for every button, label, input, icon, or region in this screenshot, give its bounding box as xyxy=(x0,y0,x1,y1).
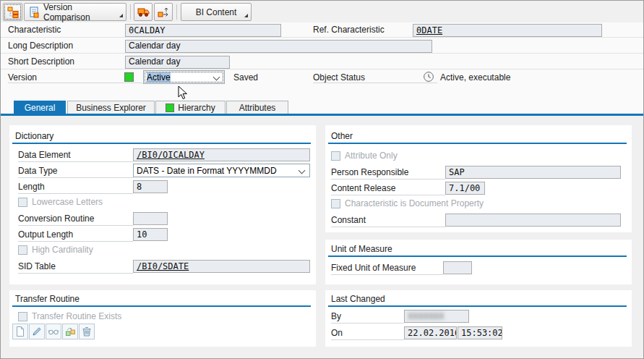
application-toolbar: Version Comparison xyxy=(1,1,643,23)
tab-business-explorer-label: Business Explorer xyxy=(76,103,146,113)
fixed-unit-field[interactable] xyxy=(443,261,472,274)
chevron-down-icon xyxy=(213,74,220,81)
constant-label: Constant xyxy=(331,214,366,227)
transfer-routine-toolbar xyxy=(12,324,95,339)
last-changed-time-field[interactable]: 15:53:02 xyxy=(458,326,502,339)
data-type-dropdown[interactable]: DATS - Date in Format YYYYMMDD xyxy=(133,164,310,177)
long-description-label: Long Description xyxy=(8,40,73,52)
version-active-green-icon xyxy=(124,72,134,82)
last-changed-by-label: By xyxy=(331,311,341,323)
ref-characteristic-field[interactable]: 0DATE xyxy=(413,24,602,37)
green-square-icon xyxy=(166,104,174,112)
display-glasses-icon xyxy=(48,326,59,337)
tab-attributes[interactable]: Attributes xyxy=(226,101,288,114)
tab-attributes-label: Attributes xyxy=(239,103,276,113)
tab-hierarchy-label: Hierarchy xyxy=(178,103,215,113)
version-compare-icon xyxy=(29,7,40,18)
length-label: Length xyxy=(18,181,45,193)
transfer-routine-exists-checkbox-row: Transfer Routine Exists xyxy=(18,311,121,323)
other-title: Other xyxy=(331,131,353,141)
delete-button[interactable] xyxy=(79,324,95,339)
output-length-field[interactable]: 10 xyxy=(133,228,168,241)
output-length-label: Output Length xyxy=(18,229,73,241)
lowercase-letters-checkbox[interactable] xyxy=(18,198,27,207)
sid-table-field[interactable]: /BI0/SDATE xyxy=(133,260,310,273)
data-type-value: DATS - Date in Format YYYYMMDD xyxy=(137,166,277,176)
data-element-field[interactable]: /BI0/OICALDAY xyxy=(133,148,310,161)
tab-general[interactable]: General xyxy=(14,101,66,114)
short-description-field[interactable]: Calendar day xyxy=(125,56,230,69)
long-description-field[interactable]: Calendar day xyxy=(125,40,432,53)
delete-trash-icon xyxy=(81,326,93,337)
constant-field[interactable] xyxy=(445,214,621,227)
toolbar-separator xyxy=(130,4,131,20)
conversion-routine-field[interactable] xyxy=(133,212,168,225)
create-button[interactable] xyxy=(12,324,28,339)
unit-of-measure-group: Unit of Measure Fixed Unit of Measure xyxy=(325,240,632,284)
ref-characteristic-label: Ref. Characteristic xyxy=(313,24,385,36)
other-group: Other Attribute Only Person Responsible … xyxy=(325,125,632,232)
transport-connection-icon xyxy=(158,7,169,18)
high-cardinality-label: High Cardinality xyxy=(32,244,93,256)
object-status-label: Object Status xyxy=(313,72,365,84)
hierarchy-display-button[interactable] xyxy=(3,3,22,21)
version-dropdown[interactable]: Active xyxy=(143,70,225,84)
tab-underline xyxy=(1,114,644,116)
last-changed-on-label: On xyxy=(331,327,343,339)
characteristic-label: Characteristic xyxy=(8,24,61,36)
transfer-routine-exists-checkbox[interactable] xyxy=(18,312,27,321)
person-responsible-label: Person Responsible xyxy=(331,166,408,179)
tab-hierarchy[interactable]: Hierarchy xyxy=(155,101,226,114)
high-cardinality-checkbox-row: High Cardinality xyxy=(18,244,93,256)
last-changed-title: Last Changed xyxy=(331,294,385,304)
attribute-only-checkbox-row: Attribute Only xyxy=(331,150,398,162)
length-field[interactable]: 8 xyxy=(133,180,168,193)
edit-button[interactable] xyxy=(29,324,45,339)
transfer-routine-group: Transfer Routine Transfer Routine Exists xyxy=(9,290,316,347)
tab-business-explorer[interactable]: Business Explorer xyxy=(67,101,155,114)
bi-content-button[interactable]: BI Content xyxy=(181,3,252,21)
transport-truck-icon xyxy=(137,7,150,17)
transport-button[interactable] xyxy=(134,3,153,21)
sap-characteristic-window: Version Comparison xyxy=(0,0,644,359)
data-element-label: Data Element xyxy=(18,149,71,161)
version-comparison-label: Version Comparison xyxy=(43,2,121,22)
unit-of-measure-title: Unit of Measure xyxy=(331,244,392,254)
transfer-routine-title: Transfer Routine xyxy=(15,294,80,304)
version-label: Version xyxy=(8,72,37,84)
dictionary-title: Dictionary xyxy=(15,131,53,141)
menu-arrow-icon xyxy=(119,14,123,17)
content-release-label: Content Release xyxy=(331,182,395,195)
redacted-username: XXXXXXX xyxy=(408,311,445,321)
bi-content-label: BI Content xyxy=(196,7,237,17)
chevron-down-icon xyxy=(299,167,306,174)
menu-arrow-icon xyxy=(244,14,248,17)
fixed-unit-label: Fixed Unit of Measure xyxy=(331,262,416,274)
clock-icon xyxy=(423,71,434,83)
object-status-value: Active, executable xyxy=(440,72,510,84)
hierarchy-icon xyxy=(7,7,19,18)
transfer-routine-exists-label: Transfer Routine Exists xyxy=(32,311,121,323)
person-responsible-field[interactable]: SAP xyxy=(445,166,621,179)
content-release-field[interactable]: 7.1/00 xyxy=(445,182,485,195)
create-icon xyxy=(14,326,26,337)
display-button[interactable] xyxy=(46,324,61,339)
compare-button[interactable] xyxy=(62,324,78,339)
attribute-only-checkbox[interactable] xyxy=(331,151,340,161)
doc-property-checkbox[interactable] xyxy=(331,199,340,208)
sid-table-label: SID Table xyxy=(18,261,56,273)
doc-property-checkbox-row: Characteristic is Document Property xyxy=(331,198,484,210)
high-cardinality-checkbox[interactable] xyxy=(18,245,27,255)
short-description-label: Short Description xyxy=(8,56,74,68)
data-type-label: Data Type xyxy=(18,165,57,177)
conversion-routine-label: Conversion Routine xyxy=(18,213,94,225)
transport-connection-button[interactable] xyxy=(154,3,173,21)
last-changed-date-field[interactable]: 22.02.2016 xyxy=(404,326,457,339)
mouse-cursor xyxy=(178,85,189,101)
characteristic-field[interactable]: 0CALDAY xyxy=(125,24,281,37)
lowercase-letters-label: Lowercase Letters xyxy=(32,196,103,208)
dictionary-group: Dictionary Data Element /BI0/OICALDAY Da… xyxy=(9,125,316,284)
version-comparison-button[interactable]: Version Comparison xyxy=(24,3,126,21)
last-changed-by-field[interactable]: XXXXXXX xyxy=(404,310,469,323)
lowercase-letters-checkbox-row: Lowercase Letters xyxy=(18,196,103,208)
